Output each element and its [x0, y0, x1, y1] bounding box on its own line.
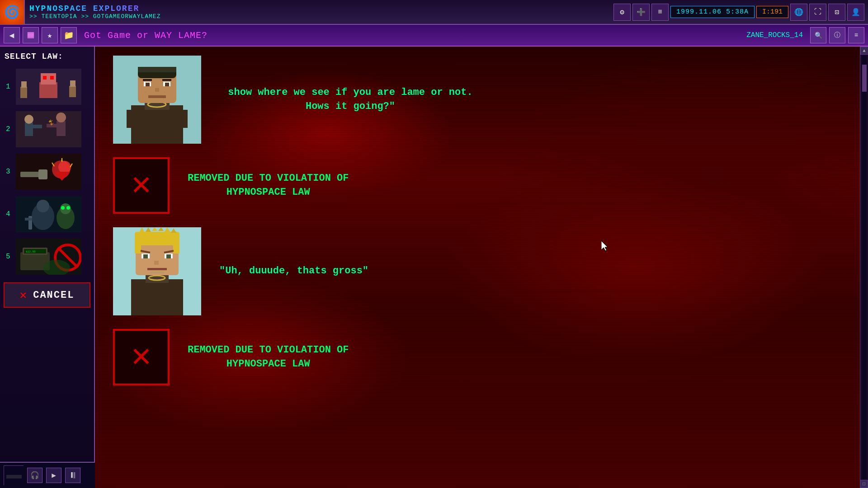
cancel-x-icon: ✕ [20, 288, 28, 302]
character-portrait-1 [113, 56, 201, 144]
main-content: SELECT LAW: 1 [0, 47, 868, 488]
svg-rect-46 [6, 475, 22, 479]
svg-rect-90 [150, 272, 164, 273]
right-scrollbar: ▲ ▼ □ [860, 47, 868, 488]
law-item-2[interactable]: 2 [4, 109, 90, 150]
svg-text:$12.99: $12.99 [26, 250, 36, 253]
svg-rect-55 [138, 67, 176, 72]
svg-rect-73 [135, 232, 179, 245]
folder-button[interactable]: 📁 [61, 27, 77, 43]
law-item-5[interactable]: 5 $12.99 [4, 236, 90, 277]
svg-rect-4 [50, 76, 54, 80]
svg-rect-63 [148, 95, 166, 98]
game-content: show where we see if you are lame or not… [95, 47, 860, 488]
folder-icon: 📁 [64, 30, 74, 40]
svg-point-22 [58, 161, 71, 174]
svg-rect-50 [165, 110, 188, 128]
svg-rect-12 [33, 125, 42, 128]
removed-box-2: ✕ [113, 329, 170, 385]
logo-icon: 🌀 [4, 5, 20, 20]
user-display: ZANE_ROCKS_14 [746, 31, 807, 39]
svg-rect-81 [173, 240, 179, 253]
settings-icon-btn[interactable]: ⚙ [613, 4, 631, 21]
sidebar: SELECT LAW: 1 [0, 47, 95, 488]
svg-rect-66 [164, 92, 165, 93]
back-icon: ◀ [9, 30, 14, 40]
speech-text-1: show where we see if you are lame or not… [219, 86, 481, 114]
law-thumbnail-3 [16, 154, 81, 190]
nav-bar: ◀ ▓▓ ★ 📁 Got Game or WAY LAME? ZANE_ROCK… [0, 25, 868, 47]
svg-rect-59 [165, 83, 169, 86]
law-item-4[interactable]: 4 [4, 194, 90, 235]
svg-rect-49 [127, 110, 149, 128]
svg-rect-20 [38, 169, 47, 179]
back-button[interactable]: ◀ [4, 27, 20, 43]
svg-rect-13 [57, 121, 66, 136]
network-icon-btn[interactable]: 🌐 [790, 4, 807, 21]
noise-icon: ▓▓ [28, 32, 34, 38]
menu-icon-btn[interactable]: ≡ [651, 4, 669, 21]
search-icon: 🔍 [815, 32, 822, 39]
svg-rect-67 [168, 93, 169, 94]
info-icon: ⓘ [834, 31, 840, 39]
removed-x-icon-2: ✕ [132, 341, 151, 374]
svg-rect-84 [143, 254, 148, 258]
play-button[interactable]: ▶ [46, 468, 61, 483]
law-number-3: 3 [6, 168, 13, 176]
bottom-right-corner: □ [860, 480, 868, 488]
noise-button[interactable]: ▓▓ [23, 27, 39, 43]
plus-icon-btn[interactable]: ➕ [632, 4, 650, 21]
law-number-4: 4 [6, 210, 13, 218]
svg-point-32 [61, 206, 65, 210]
window-icon-btn[interactable]: ⛶ [809, 4, 826, 21]
removed-box-1: ✕ [113, 157, 170, 214]
svg-rect-5 [20, 87, 27, 98]
law-thumbnail-2 [16, 111, 81, 147]
speech-text-2: "Uh, duuude, thats gross" [219, 264, 368, 278]
removed-text-2: REMOVED DUE TO VIOLATION OFHYPNOSPACE LA… [188, 343, 349, 371]
removed-notice-2: ✕ REMOVED DUE TO VIOLATION OFHYPNOSPACE … [113, 329, 842, 385]
info-button[interactable]: ⓘ [829, 27, 845, 43]
svg-rect-89 [147, 268, 167, 270]
law-item-1[interactable]: 1 [4, 66, 90, 107]
svg-rect-3 [43, 76, 47, 80]
headphones-icon: 🎧 [30, 471, 39, 480]
law-item-3[interactable]: 3 [4, 151, 90, 192]
svg-point-11 [24, 115, 33, 124]
cancel-button[interactable]: ✕ CANCEL [4, 282, 90, 308]
extra-menu-button[interactable]: ≡ [848, 27, 864, 43]
breadcrumb: >> TEENTOPIA >> GOTGAMEORWAYLAMEZ [29, 13, 609, 20]
svg-rect-8 [70, 80, 75, 87]
removed-x-icon-1: ✕ [132, 169, 151, 202]
entry-row-1: show where we see if you are lame or not… [113, 56, 842, 144]
svg-rect-88 [154, 261, 159, 265]
resize-icon-btn[interactable]: ⊡ [828, 4, 845, 21]
equalizer-icon: ▐║ [70, 472, 76, 479]
search-button[interactable]: 🔍 [810, 27, 826, 43]
page-title: Got Game or WAY LAME? [80, 30, 744, 41]
equalizer-button[interactable]: ▐║ [65, 468, 80, 483]
svg-rect-7 [69, 86, 76, 97]
user-icon-btn[interactable]: 👤 [847, 4, 864, 21]
svg-rect-60 [143, 79, 152, 81]
law-number-1: 1 [6, 83, 13, 91]
svg-rect-61 [162, 79, 171, 81]
bottom-player-bar: 🎧 ▶ ▐║ [0, 462, 95, 488]
headphones-button[interactable]: 🎧 [27, 468, 42, 483]
star-button[interactable]: ★ [42, 27, 58, 43]
game-area: show where we see if you are lame or not… [95, 47, 868, 488]
svg-rect-58 [146, 83, 150, 86]
score-display: I:191 [756, 6, 788, 18]
app-logo[interactable]: 🌀 [0, 0, 25, 24]
top-bar: 🌀 HYPNOSPACE EXPLORER >> TEENTOPIA >> GO… [0, 0, 868, 25]
law-thumbnail-1 [16, 69, 81, 105]
scroll-up-button[interactable]: ▲ [860, 47, 868, 55]
scroll-thumb [862, 65, 867, 92]
player-thumbnail [4, 465, 24, 485]
svg-rect-64 [145, 92, 146, 93]
play-icon: ▶ [52, 471, 56, 480]
scroll-track[interactable] [862, 56, 867, 479]
svg-rect-19 [20, 172, 41, 177]
law-number-5: 5 [6, 253, 13, 261]
datetime-display: 1999.11.06 5:38A [670, 6, 755, 18]
